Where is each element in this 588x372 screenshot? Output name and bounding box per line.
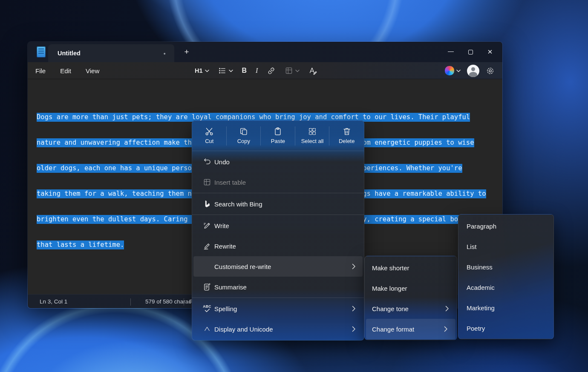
rewrite-submenu: Make shorter Make longer Change tone Cha…: [364, 256, 457, 340]
toolbar-right: [445, 62, 495, 79]
menu-item-insert-table[interactable]: Insert table: [192, 172, 364, 192]
context-menu: Cut Copy Paste Select all Delete Undo: [192, 120, 364, 341]
text-line: Dogs are more than just pets; they are l…: [37, 113, 486, 121]
toolbar: File Edit View H1 B I: [28, 62, 502, 79]
chevron-down-icon: [205, 69, 209, 72]
copy-icon: [239, 127, 248, 136]
link-button[interactable]: [267, 66, 276, 75]
status-divider: [130, 298, 131, 306]
table-icon: [285, 66, 293, 75]
menu-item-write[interactable]: Write: [192, 215, 364, 236]
letter-styling-button[interactable]: [308, 66, 317, 75]
chevron-right-icon: [444, 326, 448, 332]
chevron-right-icon: [352, 263, 356, 269]
italic-button[interactable]: I: [256, 67, 258, 74]
list-icon: [218, 66, 227, 75]
chevron-right-icon: [352, 326, 356, 332]
menu-item-customised-rewrite[interactable]: Customised re-write: [193, 256, 363, 277]
submenu-item-change-tone[interactable]: Change tone: [365, 298, 457, 319]
bold-button[interactable]: B: [242, 67, 247, 74]
maximize-button[interactable]: [461, 42, 480, 62]
table-dropdown[interactable]: [285, 66, 300, 75]
menu-separator: [192, 215, 364, 215]
menu-item-display-and-unicode[interactable]: Display and Unicode: [192, 319, 364, 339]
submenu-item-academic[interactable]: Academic: [458, 277, 553, 298]
submenu-item-marketing[interactable]: Marketing: [458, 298, 553, 318]
menu-edit[interactable]: Edit: [60, 67, 71, 74]
submenu-item-business[interactable]: Business: [458, 257, 553, 277]
bing-icon: [203, 200, 211, 208]
pen-icon: [203, 242, 211, 250]
chevron-right-icon: [445, 306, 449, 312]
heading-dropdown[interactable]: H1: [195, 67, 209, 74]
link-icon: [267, 66, 276, 75]
window-controls: — ✕: [441, 42, 500, 62]
undo-icon: [203, 157, 211, 166]
quick-actions-row: Cut Copy Paste Select all Delete: [192, 121, 364, 150]
copy-button[interactable]: Copy: [227, 121, 261, 150]
new-tab-button[interactable]: +: [181, 47, 192, 58]
chevron-right-icon: [352, 306, 356, 312]
spelling-icon: ABC: [203, 305, 211, 312]
menu-separator: [192, 298, 364, 298]
menu-item-undo[interactable]: Undo: [192, 152, 364, 172]
account-avatar[interactable]: [467, 65, 479, 77]
submenu-item-make-shorter[interactable]: Make shorter: [365, 258, 457, 278]
titlebar[interactable]: Untitled ● + — ✕: [28, 42, 502, 62]
status-line-col: Ln 3, Col 1: [40, 298, 67, 305]
menu-view[interactable]: View: [86, 67, 99, 74]
minimize-button[interactable]: —: [441, 42, 461, 62]
pencil-icon: [203, 221, 211, 230]
chevron-down-icon: [456, 69, 461, 72]
status-divider: [184, 298, 184, 306]
paste-button[interactable]: Paste: [261, 121, 295, 150]
caret-icon: [203, 325, 211, 333]
menu-item-spelling[interactable]: ABC Spelling: [192, 298, 364, 319]
list-dropdown[interactable]: [218, 66, 233, 75]
format-toolbar: H1 B I: [195, 62, 317, 79]
trash-icon: [342, 127, 352, 136]
tab-untitled[interactable]: Untitled ●: [48, 44, 174, 62]
letter-style-icon: [308, 66, 317, 75]
cut-button[interactable]: Cut: [192, 121, 227, 150]
paste-icon: [273, 127, 282, 136]
scissors-icon: [205, 127, 214, 136]
menu-item-summarise[interactable]: Summarise: [192, 277, 364, 297]
menu-item-rewrite[interactable]: Rewrite: [192, 236, 364, 256]
settings-gear-icon[interactable]: [486, 66, 495, 75]
format-submenu: Paragraph List Business Academic Marketi…: [458, 214, 554, 339]
menu-item-search-with-bing[interactable]: Search with Bing: [192, 194, 364, 214]
insert-table-icon: [203, 178, 211, 186]
summarise-icon: [203, 283, 211, 291]
chevron-down-icon: [229, 69, 233, 72]
select-all-icon: [308, 127, 317, 136]
copilot-icon: [445, 66, 454, 75]
copilot-dropdown[interactable]: [445, 66, 461, 75]
submenu-item-paragraph[interactable]: Paragraph: [458, 216, 553, 236]
tab-title: Untitled: [58, 50, 81, 57]
close-button[interactable]: ✕: [480, 42, 500, 62]
delete-button[interactable]: Delete: [329, 121, 364, 150]
menubar: File Edit View: [35, 62, 99, 79]
select-all-button[interactable]: Select all: [295, 121, 330, 150]
submenu-item-poetry[interactable]: Poetry: [458, 318, 553, 338]
maximize-icon: [468, 50, 473, 54]
submenu-item-list[interactable]: List: [458, 236, 553, 257]
menu-separator: [192, 193, 364, 193]
unsaved-indicator-dot: ●: [164, 52, 166, 56]
notepad-app-icon: [37, 46, 46, 57]
submenu-item-change-format[interactable]: Change format: [366, 319, 455, 339]
menu-file[interactable]: File: [35, 67, 46, 74]
submenu-item-make-longer[interactable]: Make longer: [365, 278, 457, 298]
menu-separator: [192, 151, 364, 151]
chevron-down-icon: [295, 69, 300, 72]
desktop: Untitled ● + — ✕ File Edit View H1: [0, 0, 588, 372]
